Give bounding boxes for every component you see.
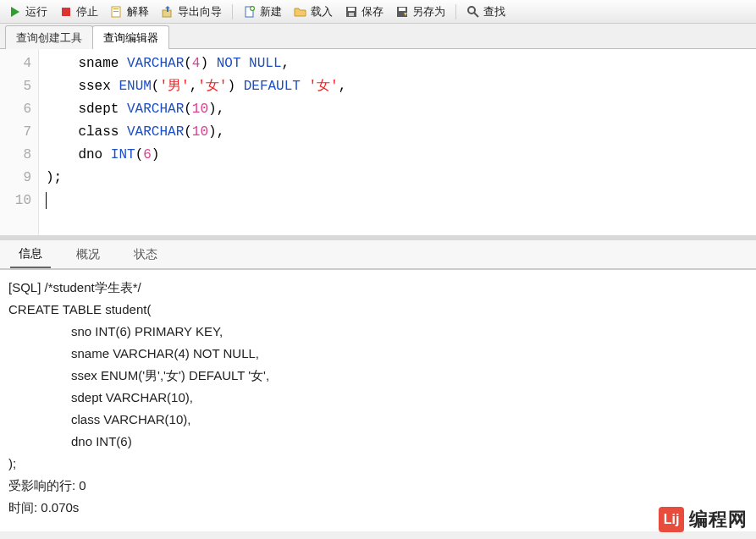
- svg-point-13: [468, 7, 475, 14]
- output-line: sname VARCHAR(4) NOT NULL,: [8, 343, 748, 365]
- save-button[interactable]: 保存: [339, 3, 389, 21]
- code-line: dno INT(6): [46, 144, 749, 167]
- tab-profile[interactable]: 概况: [68, 242, 108, 267]
- watermark-badge-icon: Lij: [659, 507, 684, 532]
- save-label: 保存: [361, 4, 384, 19]
- output-affected-rows: 受影响的行: 0: [8, 475, 748, 497]
- code-line: ssex ENUM('男','女') DEFAULT '女',: [46, 75, 749, 98]
- explain-label: 解释: [127, 4, 149, 19]
- load-label: 载入: [311, 4, 333, 19]
- output-line: sdept VARCHAR(10),: [8, 387, 748, 409]
- code-line: sname VARCHAR(4) NOT NULL,: [46, 52, 749, 75]
- code-line: class VARCHAR(10),: [46, 121, 749, 144]
- output-line: [SQL] /*student学生表*/: [8, 277, 748, 299]
- watermark-text: 编程网: [689, 507, 748, 532]
- tab-info[interactable]: 信息: [10, 241, 51, 268]
- output-line: CREATE TABLE student(: [8, 299, 748, 321]
- toolbar-separator: [232, 4, 233, 19]
- text-cursor: [46, 192, 47, 209]
- tab-status[interactable]: 状态: [125, 242, 166, 267]
- main-toolbar: 运行 停止 解释 导出向导 新建 载入 保存: [0, 0, 756, 24]
- line-number: 4: [0, 52, 31, 75]
- stop-label: 停止: [76, 4, 98, 19]
- new-icon: [243, 5, 257, 19]
- svg-rect-1: [62, 8, 70, 16]
- svg-rect-12: [399, 8, 406, 11]
- code-line: [46, 190, 749, 212]
- svg-rect-10: [349, 13, 354, 16]
- editor-tabbar: 查询创建工具 查询编辑器: [0, 24, 756, 49]
- svg-line-14: [474, 13, 478, 17]
- svg-marker-0: [11, 7, 19, 17]
- export-wizard-label: 导出向导: [178, 4, 222, 19]
- sql-editor[interactable]: 45678910 sname VARCHAR(4) NOT NULL, ssex…: [0, 49, 756, 240]
- explain-icon: [110, 5, 124, 19]
- new-label: 新建: [260, 4, 282, 19]
- run-button[interactable]: 运行: [3, 3, 52, 21]
- output-line: );: [8, 453, 748, 475]
- line-number: 7: [0, 121, 31, 144]
- save-as-label: 另存为: [412, 4, 445, 19]
- code-line: );: [46, 167, 749, 190]
- run-label: 运行: [25, 4, 47, 19]
- line-number: 10: [0, 190, 31, 212]
- folder-open-icon: [294, 5, 307, 19]
- play-icon: [8, 5, 22, 19]
- toolbar-separator: [455, 4, 456, 19]
- output-line: sno INT(6) PRIMARY KEY,: [8, 321, 748, 343]
- load-button[interactable]: 载入: [289, 3, 338, 21]
- line-number-gutter: 45678910: [0, 49, 39, 235]
- tab-query-builder[interactable]: 查询创建工具: [5, 25, 93, 49]
- output-panel: [SQL] /*student学生表*/CREATE TABLE student…: [0, 269, 756, 531]
- output-line: class VARCHAR(10),: [8, 409, 748, 431]
- stop-icon: [59, 5, 73, 19]
- output-line: ssex ENUM('男','女') DEFAULT '女',: [8, 365, 748, 387]
- tab-query-editor[interactable]: 查询编辑器: [92, 25, 169, 49]
- svg-rect-4: [113, 11, 119, 12]
- find-button[interactable]: 查找: [461, 3, 510, 21]
- output-line: dno INT(6): [8, 431, 748, 453]
- explain-button[interactable]: 解释: [105, 3, 154, 21]
- result-tabbar: 信息 概况 状态: [0, 240, 756, 269]
- export-wizard-button[interactable]: 导出向导: [156, 3, 227, 21]
- code-line: sdept VARCHAR(10),: [46, 98, 749, 121]
- watermark-logo: Lij 编程网: [659, 507, 748, 532]
- line-number: 6: [0, 98, 31, 121]
- new-button[interactable]: 新建: [238, 3, 287, 21]
- line-number: 5: [0, 75, 31, 98]
- line-number: 9: [0, 167, 31, 190]
- export-icon: [161, 5, 174, 19]
- output-time: 时间: 0.070s: [8, 497, 748, 519]
- save-icon: [345, 5, 358, 19]
- line-number: 8: [0, 144, 31, 167]
- save-as-button[interactable]: 另存为: [390, 3, 450, 21]
- save-as-icon: [395, 5, 409, 19]
- svg-rect-9: [348, 8, 355, 11]
- code-area[interactable]: sname VARCHAR(4) NOT NULL, ssex ENUM('男'…: [39, 49, 756, 235]
- svg-rect-3: [113, 8, 119, 9]
- find-label: 查找: [483, 4, 505, 19]
- stop-button[interactable]: 停止: [54, 3, 103, 21]
- search-icon: [466, 5, 480, 19]
